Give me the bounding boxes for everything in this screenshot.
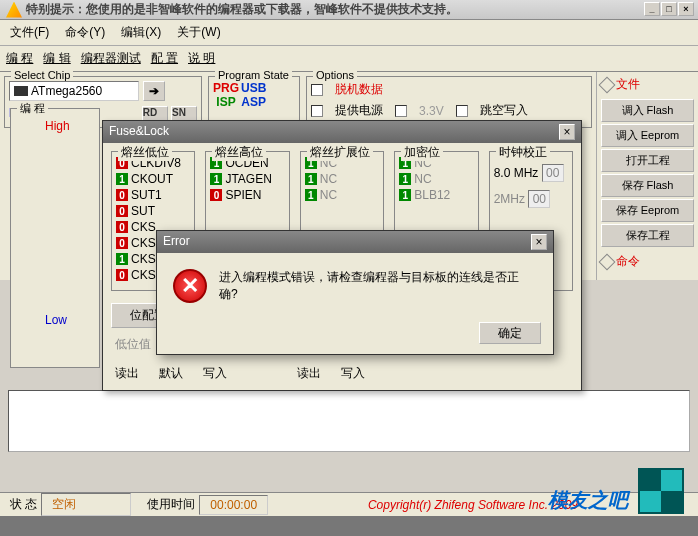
read2-btn[interactable]: 读出 <box>297 365 321 382</box>
menubar: 文件(F) 命令(Y) 编辑(X) 关于(W) <box>0 20 698 46</box>
footer-strip <box>0 516 698 536</box>
bit-label: NC <box>320 172 337 186</box>
side-btn-2[interactable]: 打开工程 <box>601 149 694 172</box>
v33-label: 3.3V <box>419 104 444 118</box>
select-chip-title: Select Chip <box>11 69 73 81</box>
window-controls: _ □ × <box>644 2 694 16</box>
close-button[interactable]: × <box>678 2 694 16</box>
asp-label: ASP <box>241 95 266 109</box>
bit-label: NC <box>320 188 337 202</box>
tb-test[interactable]: 编程器测试 <box>81 50 141 67</box>
def-btn[interactable]: 默认 <box>159 365 183 382</box>
tb-prog[interactable]: 编 程 <box>6 50 33 67</box>
fuse-title: Fuse&Lock <box>109 124 169 140</box>
log-area <box>8 390 690 452</box>
power-label: 提供电源 <box>335 102 383 119</box>
bit-box[interactable]: 0 <box>116 189 128 201</box>
bit-box[interactable]: 1 <box>116 173 128 185</box>
chip-go-button[interactable]: ➔ <box>143 81 165 101</box>
status-state-lbl: 状 态 <box>10 496 37 513</box>
chip-select[interactable]: ATmega2560 <box>9 81 139 101</box>
tb-edit[interactable]: 编 辑 <box>43 50 70 67</box>
bit-label: JTAGEN <box>225 172 271 186</box>
bit-label: CKOUT <box>131 172 173 186</box>
bit-box[interactable]: 0 <box>116 269 128 281</box>
error-message: 进入编程模式错误，请检查编程器与目标板的连线是否正确? <box>219 269 537 303</box>
minimize-button[interactable]: _ <box>644 2 660 16</box>
side-file-title: 文件 <box>601 76 694 93</box>
bit-box[interactable]: 0 <box>116 205 128 217</box>
prog-group: 编 程 High Low <box>10 108 100 368</box>
side-panel: 文件 调入 Flash调入 Eeprom打开工程保存 Flash保存 Eepro… <box>596 72 698 280</box>
error-close-icon[interactable]: × <box>531 234 547 250</box>
status-time-lbl: 使用时间 <box>147 496 195 513</box>
side-btn-3[interactable]: 保存 Flash <box>601 174 694 197</box>
clk2-val: 00 <box>528 190 550 208</box>
usb-label: USB <box>241 81 266 95</box>
warning-icon <box>6 2 22 18</box>
fuse-low-hdr: 熔丝低位 <box>118 144 172 161</box>
bit-label: BLB12 <box>414 188 450 202</box>
error-ok-button[interactable]: 确定 <box>479 322 541 344</box>
maximize-button[interactable]: □ <box>661 2 677 16</box>
bit-box[interactable]: 1 <box>399 173 411 185</box>
side-btn-1[interactable]: 调入 Eeprom <box>601 124 694 147</box>
fuse-clk-hdr: 时钟校正 <box>496 144 550 161</box>
menu-cmd[interactable]: 命令(Y) <box>61 22 109 43</box>
error-titlebar[interactable]: Error × <box>157 231 553 253</box>
bit-box[interactable]: 0 <box>116 237 128 249</box>
bit-box[interactable]: 1 <box>399 189 411 201</box>
prog-low: Low <box>45 313 95 327</box>
menu-about[interactable]: 关于(W) <box>173 22 224 43</box>
program-state-title: Program State <box>215 69 292 81</box>
error-title: Error <box>163 234 190 250</box>
bit-label: CKS <box>131 252 156 266</box>
v33-checkbox <box>395 105 407 117</box>
menu-edit[interactable]: 编辑(X) <box>117 22 165 43</box>
bit-box[interactable]: 1 <box>210 173 222 185</box>
fuse-ext-hdr: 熔丝扩展位 <box>307 144 373 161</box>
options-title: Options <box>313 69 357 81</box>
side-btn-5[interactable]: 保存工程 <box>601 224 694 247</box>
fuse-high-hdr: 熔丝高位 <box>212 144 266 161</box>
error-icon: ✕ <box>173 269 207 303</box>
skip-checkbox[interactable] <box>456 105 468 117</box>
tb-help[interactable]: 说 明 <box>188 50 215 67</box>
bit-label: SUT1 <box>131 188 162 202</box>
prog-high: High <box>45 119 95 133</box>
side-btn-4[interactable]: 保存 Eeprom <box>601 199 694 222</box>
bit-label: CKS <box>131 220 156 234</box>
menu-file[interactable]: 文件(F) <box>6 22 53 43</box>
bit-box[interactable]: 1 <box>305 189 317 201</box>
bit-label: SPIEN <box>225 188 261 202</box>
bit-label: NC <box>414 172 431 186</box>
lowv-label: 低位值 <box>115 336 151 353</box>
qr-code <box>638 468 684 514</box>
write2-btn[interactable]: 写入 <box>341 365 365 382</box>
bit-box[interactable]: 1 <box>116 253 128 265</box>
tip-text: 特别提示：您使用的是非智峰软件的编程器或下载器，智峰软件不提供技术支持。 <box>26 1 458 18</box>
write1-btn[interactable]: 写入 <box>203 365 227 382</box>
fuse-close-icon[interactable]: × <box>559 124 575 140</box>
tb-cfg[interactable]: 配 置 <box>151 50 178 67</box>
isp-label: ISP <box>216 95 235 109</box>
bit-box[interactable]: 0 <box>210 189 222 201</box>
bit-box[interactable]: 1 <box>305 173 317 185</box>
clk8-label: 8.0 MHz <box>494 166 539 180</box>
chip-icon <box>14 86 28 96</box>
fuse-lock-hdr: 加密位 <box>401 144 443 161</box>
watermark-logo: 模友之吧 <box>548 487 628 514</box>
skip-label: 跳空写入 <box>480 102 528 119</box>
offline-checkbox[interactable] <box>311 84 323 96</box>
status-state-val: 空闲 <box>41 493 131 516</box>
side-btn-0[interactable]: 调入 Flash <box>601 99 694 122</box>
read1-btn[interactable]: 读出 <box>115 365 139 382</box>
bit-box[interactable]: 0 <box>116 221 128 233</box>
tip-bar: 特别提示：您使用的是非智峰软件的编程器或下载器，智峰软件不提供技术支持。 <box>0 0 698 20</box>
offline-label: 脱机数据 <box>335 81 383 98</box>
chip-value: ATmega2560 <box>31 84 102 98</box>
fuse-titlebar[interactable]: Fuse&Lock × <box>103 121 581 143</box>
copyright: Copyright(r) Zhifeng Software Inc. 2009 <box>368 498 578 512</box>
bit-label: CKS <box>131 236 156 250</box>
power-checkbox[interactable] <box>311 105 323 117</box>
